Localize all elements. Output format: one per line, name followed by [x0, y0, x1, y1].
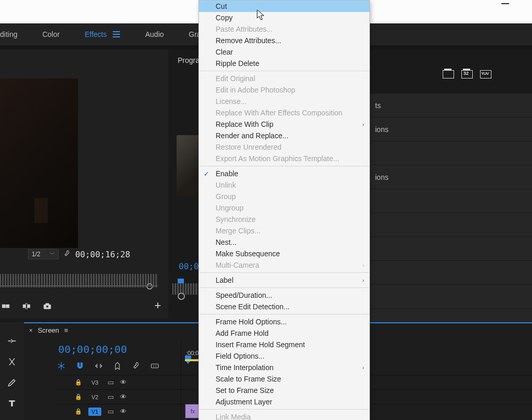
type-tool-icon[interactable]	[7, 398, 17, 411]
submenu-arrow-icon: ›	[362, 121, 364, 127]
source-time-ruler[interactable]	[0, 274, 158, 287]
ctx-link-media: Link Media	[199, 411, 369, 420]
calendar-icon[interactable]	[443, 70, 454, 79]
ctx-clear[interactable]: Clear	[199, 46, 369, 58]
effect-row[interactable]	[370, 141, 532, 165]
snap-magnet-icon[interactable]	[75, 361, 85, 371]
chevron-down-icon: ﹀	[50, 251, 55, 258]
marker-icon[interactable]	[112, 361, 123, 371]
source-timecode[interactable]: 00;00;16;28	[75, 250, 130, 259]
num-32-icon[interactable]: 32	[461, 70, 473, 79]
ctx-separator	[200, 314, 369, 314]
timeline-tool-strip	[0, 322, 24, 420]
ctx-set-to-frame[interactable]: Set to Frame Size	[199, 385, 369, 396]
ctx-make-subsequence[interactable]: Make Subsequence	[199, 248, 369, 259]
zoom-handle-icon[interactable]	[147, 283, 153, 290]
ctx-separator	[200, 409, 369, 410]
sequence-tab[interactable]: × Screen ≡	[29, 326, 68, 334]
effect-row[interactable]: ions	[370, 165, 532, 189]
ctx-speed-duration[interactable]: Speed/Duration...	[199, 290, 369, 301]
toggle-visibility-eye-icon[interactable]: 👁	[120, 378, 127, 386]
ctx-render-replace[interactable]: Render and Replace...	[199, 130, 369, 141]
toggle-output-icon[interactable]: ▭	[108, 393, 114, 401]
workspace-tab-editing[interactable]: diting	[0, 30, 17, 38]
checkmark-icon: ✓	[204, 170, 209, 178]
ctx-scene-edit-detection[interactable]: Scene Edit Detection...	[199, 301, 369, 312]
yuv-icon[interactable]: YUV	[480, 70, 491, 79]
timeline-toggle-row	[56, 361, 160, 371]
ctx-replace-with-clip[interactable]: Replace With Clip›	[199, 119, 369, 130]
toggle-visibility-eye-icon[interactable]: 👁	[120, 408, 127, 415]
ctx-insert-frame-hold-segment[interactable]: Insert Frame Hold Segment	[199, 339, 369, 350]
source-preview-image	[0, 78, 78, 248]
ctx-ripple-delete[interactable]: Ripple Delete	[199, 58, 369, 69]
effect-row[interactable]	[370, 237, 532, 261]
workspace-tab-audio[interactable]: Audio	[145, 30, 164, 38]
effect-row[interactable]: ts	[370, 94, 532, 117]
ctx-separator	[200, 272, 369, 273]
lock-icon[interactable]: 🔒	[75, 408, 82, 415]
source-monitor-panel: 1/2 ﹀ 00;00;16;28 +	[0, 49, 168, 319]
submenu-arrow-icon: ›	[362, 262, 364, 268]
ctx-enable[interactable]: ✓Enable	[199, 168, 369, 179]
workspace-menu-icon[interactable]	[113, 31, 120, 37]
track-label[interactable]: V2	[88, 393, 101, 401]
overwrite-icon[interactable]	[21, 301, 32, 311]
workspace-tab-effects[interactable]: Effects	[85, 30, 107, 38]
ctx-export-mogrt: Export As Motion Graphics Template...	[199, 153, 369, 164]
workspace-tab-color[interactable]: Color	[42, 30, 59, 38]
window-minimize-button[interactable]	[501, 3, 509, 4]
ripple-edit-tool-icon[interactable]	[7, 336, 17, 348]
timeline-settings-wrench-icon[interactable]	[131, 361, 141, 371]
ctx-group: Group	[199, 191, 369, 202]
toggle-visibility-eye-icon[interactable]: 👁	[120, 393, 127, 401]
effect-row[interactable]	[370, 261, 532, 285]
submenu-arrow-icon: ›	[362, 364, 364, 371]
lock-icon[interactable]: 🔒	[75, 379, 82, 386]
panel-menu-icon[interactable]: ≡	[64, 326, 68, 334]
effect-row[interactable]	[370, 285, 532, 309]
ctx-remove-attributes[interactable]: Remove Attributes...	[199, 35, 369, 46]
settings-wrench-icon[interactable]	[63, 250, 71, 259]
program-timecode[interactable]: 00;0	[179, 261, 199, 271]
ctx-time-interpolation[interactable]: Time Interpolation›	[199, 362, 369, 373]
ctx-separator	[200, 166, 369, 166]
ctx-add-frame-hold[interactable]: Add Frame Hold	[199, 327, 369, 339]
insert-icon[interactable]	[0, 301, 11, 311]
rate-stretch-tool-icon[interactable]	[7, 357, 17, 369]
pen-tool-icon[interactable]	[7, 377, 17, 390]
program-zoom-handle-icon[interactable]	[178, 293, 185, 300]
sequence-name: Screen	[38, 326, 59, 334]
ctx-cut[interactable]: Cut	[199, 1, 369, 12]
ctx-restore-unrendered: Restore Unrendered	[199, 141, 369, 153]
toggle-output-icon[interactable]: ▭	[108, 408, 114, 415]
close-icon[interactable]: ×	[29, 327, 33, 334]
ctx-field-options[interactable]: Field Options...	[199, 350, 369, 362]
ctx-label[interactable]: Label›	[199, 274, 369, 286]
track-label[interactable]: V3	[88, 378, 101, 387]
ctx-replace-ae: Replace With After Effects Composition	[199, 107, 369, 119]
program-panel-title: Progra	[178, 56, 200, 64]
effect-row[interactable]	[370, 189, 532, 213]
toggle-output-icon[interactable]: ▭	[108, 378, 114, 386]
export-format-icons: 32 YUV	[443, 70, 491, 79]
effect-row[interactable]: ions	[370, 117, 532, 141]
export-frame-camera-icon[interactable]	[42, 301, 53, 311]
ctx-frame-hold-options[interactable]: Frame Hold Options...	[199, 316, 369, 327]
effect-row[interactable]	[370, 213, 532, 237]
captions-icon[interactable]	[150, 361, 160, 371]
insert-sequence-icon[interactable]	[56, 361, 66, 371]
linked-selection-icon[interactable]	[94, 361, 104, 371]
ctx-scale-to-frame[interactable]: Scale to Frame Size	[199, 373, 369, 385]
svg-rect-5	[46, 304, 49, 305]
button-editor-plus-icon[interactable]: +	[154, 299, 161, 312]
source-button-row	[0, 299, 168, 313]
lock-icon[interactable]: 🔒	[75, 393, 82, 400]
playback-resolution-select[interactable]: 1/2 ﹀	[28, 249, 59, 259]
timeline-timecode[interactable]: 00;00;00;00	[58, 343, 127, 356]
track-label[interactable]: V1	[88, 408, 101, 416]
ctx-nest[interactable]: Nest...	[199, 237, 369, 248]
ctx-copy[interactable]: Copy	[199, 12, 369, 23]
ctx-adjustment-layer[interactable]: Adjustment Layer	[199, 396, 369, 408]
ctx-merge-clips: Merge Clips...	[199, 225, 369, 237]
